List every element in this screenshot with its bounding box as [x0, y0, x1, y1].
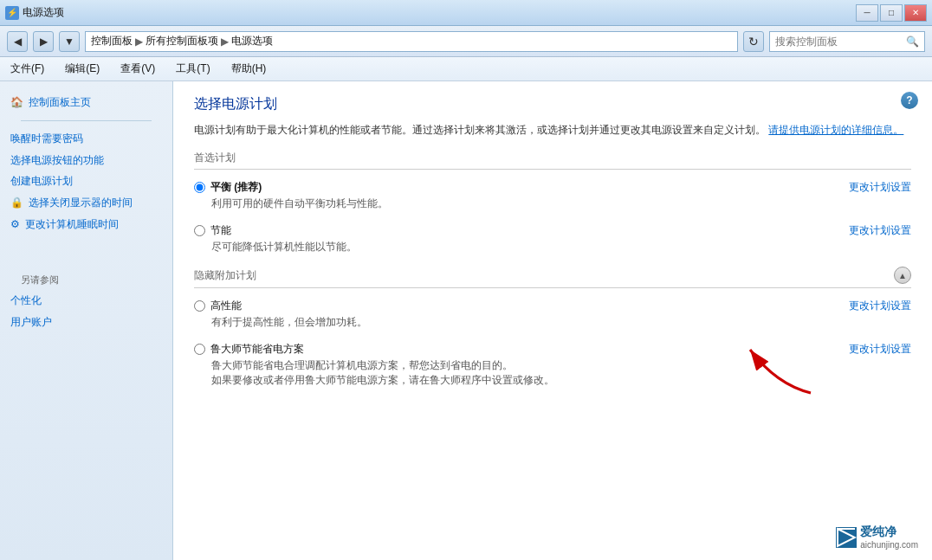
- address-path[interactable]: 控制面板 ▶ 所有控制面板项 ▶ 电源选项: [85, 31, 738, 52]
- forward-button[interactable]: ▶: [33, 31, 54, 52]
- also-see-title: 另请参阅: [10, 270, 162, 290]
- path-part2: 所有控制面板项: [146, 34, 218, 48]
- plan-balanced-label[interactable]: 平衡 (推荐): [194, 180, 262, 195]
- plan-luda-link[interactable]: 更改计划设置: [849, 342, 911, 357]
- sidebar-item-wakeup[interactable]: 唤醒时需要密码: [10, 128, 162, 150]
- menu-help[interactable]: 帮助(H): [228, 60, 270, 78]
- window-icon: ⚡: [5, 6, 19, 20]
- address-bar: ◀ ▶ ▼ 控制面板 ▶ 所有控制面板项 ▶ 电源选项 ↻ 🔍: [0, 26, 932, 57]
- plan-performance-header: 高性能 更改计划设置: [194, 299, 911, 313]
- sidebar-divider-1: [21, 120, 152, 121]
- personalize-label: 个性化: [10, 293, 42, 308]
- back-button[interactable]: ◀: [7, 31, 28, 52]
- plan-balanced-name: 平衡 (推荐): [210, 180, 262, 195]
- menu-tools[interactable]: 工具(T): [172, 60, 213, 78]
- wakeup-label: 唤醒时需要密码: [10, 132, 83, 146]
- plan-performance-link[interactable]: 更改计划设置: [849, 299, 911, 313]
- plan-save-desc: 尽可能降低计算机性能以节能。: [211, 240, 911, 254]
- close-button[interactable]: ✕: [904, 4, 927, 22]
- window-controls: ─ □ ✕: [856, 4, 927, 22]
- path-part1: 控制面板: [91, 34, 133, 48]
- minimize-button[interactable]: ─: [856, 4, 878, 22]
- search-input[interactable]: [775, 35, 906, 48]
- title-bar: ⚡ 电源选项 ─ □ ✕: [0, 0, 932, 26]
- plan-luda-name: 鲁大师节能省电方案: [210, 342, 304, 357]
- content-area: ? 选择电源计划 电源计划有助于最大化计算机的性能或者节能。通过选择计划来将其激…: [173, 81, 932, 560]
- help-icon[interactable]: ?: [901, 92, 918, 109]
- search-box[interactable]: 🔍: [769, 31, 925, 52]
- separator-2: ▶: [221, 35, 229, 48]
- main-layout: 🏠 控制面板主页 唤醒时需要密码 选择电源按钮的功能 创建电源计划 🔒 选择关闭…: [0, 81, 932, 560]
- watermark-icon: [836, 527, 857, 548]
- menu-file[interactable]: 文件(F): [7, 60, 48, 78]
- plan-save-link[interactable]: 更改计划设置: [849, 223, 911, 238]
- power-button-label: 选择电源按钮的功能: [10, 153, 104, 168]
- lock-icon: 🔒: [10, 196, 23, 210]
- sleep-time-label: 更改计算机睡眠时间: [25, 217, 119, 232]
- menu-bar: 文件(F) 编辑(E) 查看(V) 工具(T) 帮助(H): [0, 57, 932, 81]
- hidden-section-header: 隐藏附加计划 ▲: [194, 267, 911, 288]
- plan-balanced-link[interactable]: 更改计划设置: [849, 180, 911, 195]
- plan-performance-desc: 有利于提高性能，但会增加功耗。: [211, 315, 911, 330]
- plan-luda-header: 鲁大师节能省电方案 更改计划设置: [194, 342, 911, 357]
- plan-save-label[interactable]: 节能: [194, 223, 231, 238]
- plan-performance: 高性能 更改计划设置 有利于提高性能，但会增加功耗。: [194, 299, 911, 330]
- menu-edit[interactable]: 编辑(E): [61, 60, 103, 78]
- title-bar-left: ⚡ 电源选项: [5, 5, 64, 20]
- sidebar-nav: 🏠 控制面板主页 唤醒时需要密码 选择电源按钮的功能 创建电源计划 🔒 选择关闭…: [0, 92, 172, 550]
- sidebar-item-home[interactable]: 🏠 控制面板主页: [10, 92, 162, 113]
- sidebar-item-personalize[interactable]: 个性化: [10, 290, 162, 312]
- sidebar-item-create-plan[interactable]: 创建电源计划: [10, 171, 162, 192]
- separator-1: ▶: [135, 35, 143, 48]
- plan-luda-desc: 鲁大师节能省电合理调配计算机电源方案，帮您达到省电的目的。 如果要修改或者停用鲁…: [211, 358, 911, 388]
- sidebar-item-sleep-time[interactable]: ⚙ 更改计算机睡眠时间: [10, 214, 162, 235]
- plan-balanced-header: 平衡 (推荐) 更改计划设置: [194, 180, 911, 195]
- path-part3: 电源选项: [231, 34, 273, 48]
- display-time-label: 选择关闭显示器的时间: [29, 196, 133, 210]
- home-icon: 🏠: [10, 95, 23, 110]
- refresh-button[interactable]: ↻: [743, 31, 764, 52]
- page-title: 选择电源计划: [194, 95, 911, 113]
- plan-luda-radio[interactable]: [194, 344, 205, 355]
- plan-save-name: 节能: [210, 223, 231, 238]
- sidebar-item-display-time[interactable]: 🔒 选择关闭显示器的时间: [10, 192, 162, 214]
- plan-save-radio[interactable]: [194, 225, 205, 236]
- plan-luda: 鲁大师节能省电方案 更改计划设置 鲁大师节能省电合理调配计算机电源方案，帮您达到…: [194, 342, 911, 388]
- watermark: 爱纯净 aichunjing.com: [829, 521, 925, 553]
- watermark-text: 爱纯净 aichunjing.com: [860, 525, 918, 550]
- preferred-section-label: 首选计划: [194, 151, 911, 170]
- dropdown-button[interactable]: ▼: [59, 31, 80, 52]
- create-plan-label: 创建电源计划: [10, 174, 73, 189]
- gear-icon: ⚙: [10, 217, 20, 232]
- detail-link[interactable]: 请提供电源计划的详细信息。: [768, 124, 903, 136]
- plan-luda-label[interactable]: 鲁大师节能省电方案: [194, 342, 304, 357]
- svg-marker-1: [838, 529, 855, 546]
- plan-performance-label[interactable]: 高性能: [194, 299, 242, 313]
- user-account-label: 用户账户: [10, 315, 52, 330]
- hidden-section-label: 隐藏附加计划: [194, 268, 256, 283]
- plan-balanced-desc: 利用可用的硬件自动平衡功耗与性能。: [211, 196, 911, 211]
- sidebar: 🏠 控制面板主页 唤醒时需要密码 选择电源按钮的功能 创建电源计划 🔒 选择关闭…: [0, 81, 173, 560]
- maximize-button[interactable]: □: [880, 4, 903, 22]
- window-title: 电源选项: [23, 5, 64, 20]
- toggle-hidden-button[interactable]: ▲: [894, 267, 911, 284]
- sidebar-item-user-account[interactable]: 用户账户: [10, 312, 162, 333]
- plan-balanced-radio[interactable]: [194, 182, 205, 193]
- menu-view[interactable]: 查看(V): [117, 60, 159, 78]
- plan-balanced: 平衡 (推荐) 更改计划设置 利用可用的硬件自动平衡功耗与性能。: [194, 180, 911, 211]
- plan-save: 节能 更改计划设置 尽可能降低计算机性能以节能。: [194, 223, 911, 254]
- plan-performance-radio[interactable]: [194, 300, 205, 312]
- search-icon: 🔍: [906, 35, 919, 48]
- plan-save-header: 节能 更改计划设置: [194, 223, 911, 238]
- content-description: 电源计划有助于最大化计算机的性能或者节能。通过选择计划来将其激活，或选择计划并通…: [194, 122, 911, 138]
- sidebar-item-power-button[interactable]: 选择电源按钮的功能: [10, 150, 162, 171]
- plan-performance-name: 高性能: [210, 299, 242, 313]
